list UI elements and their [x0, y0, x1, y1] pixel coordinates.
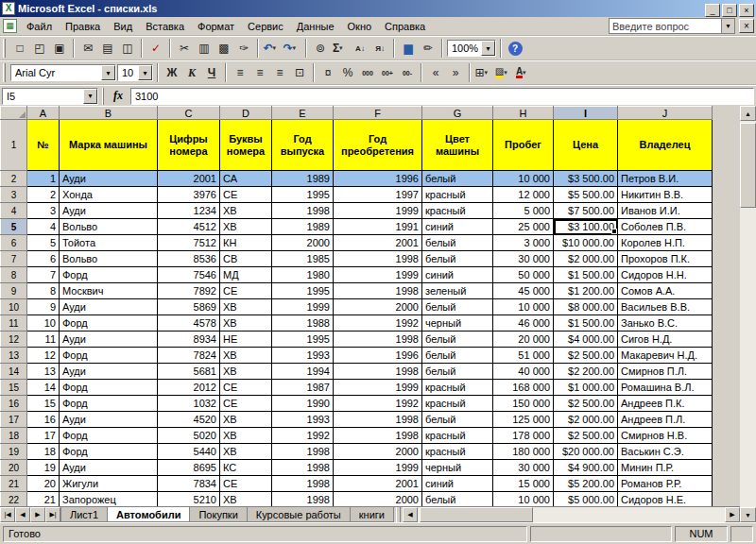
question-dropdown-icon[interactable]: ▾	[721, 19, 734, 33]
cell-G18[interactable]: красный	[422, 428, 493, 444]
align-center-button[interactable]: ≡	[250, 63, 269, 82]
format-painter-button[interactable]: ✑	[234, 39, 253, 58]
cell-H11[interactable]: 46 000	[493, 315, 554, 332]
cell-H17[interactable]: 125 000	[493, 412, 554, 428]
menu-insert[interactable]: Вставка	[139, 18, 191, 35]
scroll-down-button[interactable]: ▼	[740, 507, 756, 522]
cell-J21[interactable]: Романов Р.Р.	[618, 476, 713, 492]
cell-E12[interactable]: 1995	[272, 332, 334, 348]
cell-E19[interactable]: 1998	[272, 444, 334, 460]
cell-H5[interactable]: 25 000	[493, 219, 554, 235]
cell-B2[interactable]: Ауди	[60, 171, 158, 187]
zoom-combo[interactable]: 100%▾	[447, 40, 496, 57]
font-name-combo[interactable]: Arial Cyr▾	[10, 64, 116, 81]
cell-B22[interactable]: Запорожец	[60, 492, 158, 507]
cell-A22[interactable]: 21	[27, 492, 60, 507]
cell-J22[interactable]: Сидоров Н.Е.	[618, 492, 713, 507]
cell-E2[interactable]: 1989	[272, 171, 334, 187]
cell-I22[interactable]: $5 000.00	[554, 492, 618, 507]
cell-D15[interactable]: СЕ	[220, 380, 272, 396]
cell-I12[interactable]: $4 000.00	[554, 332, 618, 348]
cell-F2[interactable]: 1996	[334, 171, 422, 187]
decrease-decimal-button[interactable]: 00-	[398, 63, 417, 82]
cell-I20[interactable]: $4 900.00	[554, 460, 618, 476]
cell-J6[interactable]: Королев Н.П.	[618, 235, 713, 251]
scroll-left-button[interactable]: ◀	[403, 507, 418, 522]
cell-H12[interactable]: 20 000	[493, 332, 554, 348]
tab-pokupki[interactable]: Покупки	[189, 507, 247, 522]
undo-button[interactable]: ↶▾	[263, 39, 282, 58]
menu-edit[interactable]: Правка	[59, 18, 107, 35]
column-header-E[interactable]: E	[272, 107, 334, 120]
cell-C10[interactable]: 5869	[158, 299, 220, 315]
cell-A21[interactable]: 20	[27, 476, 60, 492]
cell-G14[interactable]: белый	[422, 364, 493, 380]
cell-D13[interactable]: ХВ	[220, 348, 272, 364]
open-button[interactable]: ◰	[30, 39, 49, 58]
row-header-11[interactable]: 11	[1, 315, 27, 332]
cell-J17[interactable]: Андреев П.Л.	[618, 412, 713, 428]
cell-H10[interactable]: 10 000	[493, 299, 554, 315]
cell-C9[interactable]: 7892	[158, 283, 220, 299]
insert-hyperlink-button[interactable]: ⊚	[311, 39, 330, 58]
comma-style-button[interactable]: 000	[358, 63, 377, 82]
cell-B19[interactable]: Форд	[60, 444, 158, 460]
cell-D2[interactable]: СА	[220, 171, 272, 187]
cell-D19[interactable]: ХВ	[220, 444, 272, 460]
cell-D9[interactable]: СЕ	[220, 283, 272, 299]
cell-B8[interactable]: Форд	[60, 267, 158, 283]
cell-C7[interactable]: 8536	[158, 251, 220, 267]
select-all-button[interactable]	[1, 107, 27, 120]
cell-B16[interactable]: Форд	[60, 396, 158, 412]
cell-G19[interactable]: красный	[422, 444, 493, 460]
cell-D1[interactable]: Буквы номера	[220, 120, 272, 171]
row-header-5[interactable]: 5	[1, 219, 27, 235]
cell-F16[interactable]: 1992	[334, 396, 422, 412]
workbook-icon[interactable]: ▦	[3, 19, 17, 33]
cell-F4[interactable]: 1999	[334, 203, 422, 219]
cell-A10[interactable]: 9	[27, 299, 60, 315]
cell-F12[interactable]: 1998	[334, 332, 422, 348]
cell-I19[interactable]: $20 000.00	[554, 444, 618, 460]
cell-B7[interactable]: Вольво	[60, 251, 158, 267]
cell-C20[interactable]: 8695	[158, 460, 220, 476]
cell-E5[interactable]: 1989	[272, 219, 334, 235]
cell-E6[interactable]: 2000	[272, 235, 334, 251]
cell-G22[interactable]: белый	[422, 492, 493, 507]
increase-decimal-button[interactable]: 00+	[378, 63, 397, 82]
cell-E21[interactable]: 1998	[272, 476, 334, 492]
align-left-button[interactable]: ≡	[231, 63, 249, 82]
cell-E11[interactable]: 1988	[272, 315, 334, 332]
cell-I17[interactable]: $2 000.00	[554, 412, 618, 428]
cell-A13[interactable]: 12	[27, 348, 60, 364]
cell-B21[interactable]: Жигули	[60, 476, 158, 492]
cell-I5[interactable]: $3 100.00	[554, 219, 618, 235]
cell-H20[interactable]: 30 000	[493, 460, 554, 476]
print-button[interactable]: ▤	[98, 39, 117, 58]
row-header-22[interactable]: 22	[1, 492, 27, 507]
align-right-button[interactable]: ≡	[270, 63, 289, 82]
new-button[interactable]: □	[10, 39, 29, 58]
increase-indent-button[interactable]: »	[446, 63, 465, 82]
cell-D17[interactable]: ХВ	[220, 412, 272, 428]
cell-H19[interactable]: 180 000	[493, 444, 554, 460]
cell-C12[interactable]: 8934	[158, 332, 220, 348]
cell-E4[interactable]: 1998	[272, 203, 334, 219]
row-header-7[interactable]: 7	[1, 251, 27, 267]
menu-file[interactable]: Файл	[20, 18, 59, 35]
cell-D11[interactable]: ХВ	[220, 315, 272, 332]
cell-J3[interactable]: Никитин В.В.	[618, 187, 713, 203]
mail-button[interactable]: ✉	[78, 39, 97, 58]
cell-F22[interactable]: 2000	[334, 492, 422, 507]
cell-J7[interactable]: Прохоров П.К.	[618, 251, 713, 267]
spelling-button[interactable]: ✓	[146, 39, 165, 58]
tab-kursovye-raboty[interactable]: Курсовые работы	[247, 507, 351, 522]
cell-A16[interactable]: 15	[27, 396, 60, 412]
percent-style-button[interactable]: %	[338, 63, 357, 82]
column-header-J[interactable]: J	[618, 107, 713, 120]
font-name-combo-dropdown-icon[interactable]: ▾	[101, 65, 115, 80]
close-button[interactable]: ×	[739, 4, 754, 17]
cell-A14[interactable]: 13	[27, 364, 60, 380]
underline-button[interactable]: Ч	[202, 63, 221, 82]
cell-B17[interactable]: Ауди	[60, 412, 158, 428]
